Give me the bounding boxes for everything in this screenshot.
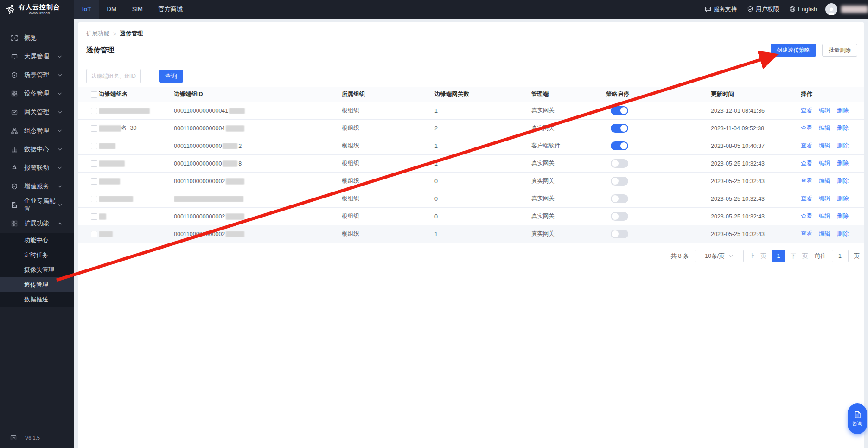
action-删除[interactable]: 删除 — [837, 212, 849, 220]
page-size-select[interactable]: 10条/页 — [695, 250, 744, 262]
row-checkbox[interactable] — [91, 231, 97, 237]
row-checkbox[interactable] — [91, 178, 97, 185]
policy-toggle[interactable] — [611, 212, 628, 221]
breadcrumb-parent[interactable]: 扩展功能 — [86, 30, 109, 38]
topbar-link-English[interactable]: English — [789, 6, 817, 13]
create-policy-button[interactable]: 创建透传策略 — [771, 44, 816, 57]
row-checkbox[interactable] — [91, 108, 97, 114]
consult-float-button[interactable]: 咨询 — [848, 403, 867, 434]
sidebar-item-概览[interactable]: 概览 — [0, 29, 74, 47]
sidebar-subitem-摄像头管理[interactable]: 摄像头管理 — [0, 262, 74, 277]
action-查看[interactable]: 查看 — [801, 212, 812, 220]
config-icon — [11, 128, 18, 134]
updated-time: 2023-05-25 10:32:43 — [711, 160, 765, 167]
logo[interactable]: 有人云控制台 www.usr.cn — [0, 0, 74, 19]
action-查看[interactable]: 查看 — [801, 177, 812, 185]
goto-page-input[interactable] — [832, 250, 849, 262]
sidebar-submenu: 功能中心定时任务摄像头管理透传管理数据推送 — [0, 233, 74, 307]
action-编辑[interactable]: 编辑 — [819, 107, 830, 115]
sidebar-item-场景管理[interactable]: 场景管理 — [0, 66, 74, 84]
batch-delete-button[interactable]: 批量删除 — [822, 44, 857, 57]
collapse-sidebar-icon[interactable] — [10, 435, 17, 441]
action-删除[interactable]: 删除 — [837, 230, 849, 238]
top-tab-官方商城[interactable]: 官方商城 — [151, 0, 191, 19]
row-checkbox[interactable] — [91, 125, 97, 132]
action-编辑[interactable]: 编辑 — [819, 230, 830, 238]
usr-logo-icon — [5, 4, 16, 15]
header-checkbox[interactable] — [91, 91, 97, 98]
policy-toggle[interactable] — [611, 194, 628, 203]
column-header-策略启停: 策略启停 — [606, 90, 711, 98]
row-checkbox[interactable] — [91, 196, 97, 202]
next-page-button[interactable]: 下一页 — [791, 252, 808, 260]
action-编辑[interactable]: 编辑 — [819, 195, 830, 203]
policy-toggle[interactable] — [611, 141, 628, 150]
sidebar-item-label: 组态管理 — [24, 127, 57, 135]
redacted-group-name — [99, 213, 106, 220]
sidebar-item-扩展功能[interactable]: 扩展功能 — [0, 214, 74, 233]
device-icon — [11, 90, 18, 97]
search-input[interactable] — [86, 69, 141, 83]
action-编辑[interactable]: 编辑 — [819, 124, 830, 132]
action-查看[interactable]: 查看 — [801, 160, 812, 167]
topbar-link-用户权限[interactable]: 用户权限 — [747, 6, 779, 13]
breadcrumb-current: 透传管理 — [120, 30, 143, 38]
row-checkbox[interactable] — [91, 213, 97, 220]
sidebar-subitem-定时任务[interactable]: 定时任务 — [0, 248, 74, 262]
prev-page-button[interactable]: 上一页 — [749, 252, 767, 260]
action-查看[interactable]: 查看 — [801, 107, 812, 115]
sidebar-item-增值服务[interactable]: 增值服务 — [0, 177, 74, 196]
action-删除[interactable]: 删除 — [837, 124, 849, 132]
sidebar-item-设备管理[interactable]: 设备管理 — [0, 84, 74, 103]
table-row: 00011000000000041根组织1真实网关2023-12-01 08:4… — [78, 102, 864, 120]
action-删除[interactable]: 删除 — [837, 107, 849, 115]
policy-toggle[interactable] — [611, 230, 628, 238]
sidebar-item-网关管理[interactable]: 网关管理 — [0, 103, 74, 122]
sidebar-item-组态管理[interactable]: 组态管理 — [0, 122, 74, 140]
sidebar-subitem-数据推送[interactable]: 数据推送 — [0, 292, 74, 307]
avatar[interactable] — [825, 3, 837, 15]
action-编辑[interactable]: 编辑 — [819, 177, 830, 185]
organization: 根组织 — [342, 160, 359, 167]
consult-label: 咨询 — [852, 420, 862, 427]
title-row: 透传管理 创建透传策略 批量删除 — [78, 38, 864, 62]
action-查看[interactable]: 查看 — [801, 195, 812, 203]
toggle-knob — [612, 195, 619, 202]
updated-time: 2023-08-05 10:40:37 — [711, 143, 765, 149]
action-查看[interactable]: 查看 — [801, 230, 812, 238]
updated-time: 2023-05-25 10:32:43 — [711, 196, 765, 202]
toggle-knob — [612, 178, 619, 185]
sidebar-item-企业专属配置[interactable]: 企业专属配置 — [0, 196, 74, 214]
top-tab-IoT[interactable]: IoT — [74, 0, 99, 19]
sidebar-item-数据中心[interactable]: 数据中心 — [0, 140, 74, 159]
policy-toggle[interactable] — [611, 124, 628, 133]
action-查看[interactable]: 查看 — [801, 142, 812, 150]
chevron-down-icon — [57, 110, 62, 115]
page-number-button[interactable]: 1 — [772, 250, 785, 262]
action-查看[interactable]: 查看 — [801, 124, 812, 132]
sidebar-subitem-透传管理[interactable]: 透传管理 — [0, 277, 74, 292]
sidebar-item-报警联动[interactable]: 报警联动 — [0, 159, 74, 177]
table-row: 0001100000000002根组织0真实网关2023-05-25 10:32… — [78, 173, 864, 190]
search-button[interactable]: 查询 — [159, 70, 183, 83]
action-编辑[interactable]: 编辑 — [819, 212, 830, 220]
chevron-down-icon — [57, 147, 62, 152]
policy-toggle[interactable] — [611, 177, 628, 186]
sidebar-subitem-功能中心[interactable]: 功能中心 — [0, 233, 74, 248]
action-删除[interactable]: 删除 — [837, 195, 849, 203]
action-删除[interactable]: 删除 — [837, 142, 849, 150]
action-删除[interactable]: 删除 — [837, 177, 849, 185]
action-编辑[interactable]: 编辑 — [819, 160, 830, 167]
row-checkbox[interactable] — [91, 160, 97, 167]
top-tab-DM[interactable]: DM — [99, 0, 124, 19]
policy-toggle[interactable] — [611, 159, 628, 168]
chat-icon — [705, 6, 711, 13]
top-tab-SIM[interactable]: SIM — [124, 0, 151, 19]
policy-toggle[interactable] — [611, 106, 628, 115]
sidebar-footer: V6.1.5 — [0, 431, 74, 444]
sidebar-item-大屏管理[interactable]: 大屏管理 — [0, 47, 74, 66]
action-编辑[interactable]: 编辑 — [819, 142, 830, 150]
row-checkbox[interactable] — [91, 143, 97, 149]
topbar-link-服务支持[interactable]: 服务支持 — [705, 6, 737, 13]
action-删除[interactable]: 删除 — [837, 160, 849, 167]
